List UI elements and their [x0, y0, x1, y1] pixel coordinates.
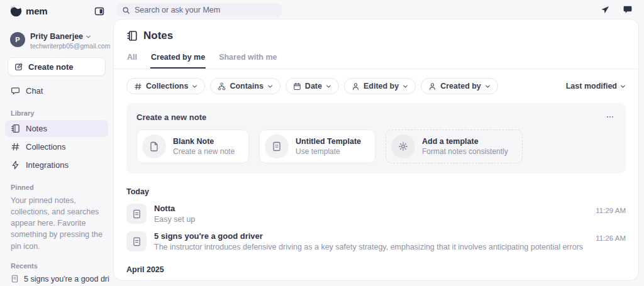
- user-email: techwriterpb05@gmail.com: [30, 42, 110, 50]
- blank-page-icon: [142, 135, 166, 158]
- note-title: 5 signs you're a good driver: [154, 231, 583, 241]
- recents-section-label: Recents: [0, 252, 113, 272]
- sidebar: mem P Prity Banerjee techwriterpb05@gmai…: [0, 0, 113, 286]
- notes-tabs: All Created by me Shared with me: [114, 50, 638, 69]
- bolt-icon: [11, 160, 20, 170]
- chevron-down-icon: [326, 84, 331, 89]
- add-template-card[interactable]: Add a template Format notes consistently: [386, 129, 523, 163]
- panel-title: Create a new note: [136, 113, 206, 122]
- notebook-icon: [126, 30, 138, 41]
- sort-selector[interactable]: Last modified: [566, 82, 626, 91]
- app-name: mem: [26, 6, 47, 16]
- template-page-icon: [265, 135, 289, 158]
- chevron-down-icon: [267, 84, 273, 89]
- chat-filled-icon[interactable]: [623, 4, 633, 14]
- user-account[interactable]: P Prity Banerjee techwriterpb05@gmail.co…: [0, 17, 113, 50]
- sidebar-item-chat[interactable]: Chat: [5, 82, 108, 99]
- document-icon: [11, 275, 19, 283]
- person-icon: [352, 82, 360, 91]
- sort-label: Last modified: [566, 82, 617, 91]
- search-input[interactable]: [135, 6, 276, 14]
- section-header-today: Today: [126, 187, 626, 196]
- chevron-down-icon: [620, 84, 626, 89]
- hash-icon: [11, 142, 20, 151]
- sidebar-item-notes[interactable]: Notes: [5, 120, 108, 137]
- filter-date[interactable]: Date: [286, 78, 339, 94]
- recent-item[interactable]: 5 signs you're a good dri: [0, 272, 113, 286]
- create-note-button[interactable]: Create note: [8, 57, 106, 76]
- sidebar-item-integrations[interactable]: Integrations: [5, 157, 108, 173]
- search-icon: [122, 6, 130, 14]
- note-timestamp: 11:26 AM: [596, 231, 626, 242]
- pinned-section-label: Pinned: [0, 173, 113, 193]
- filter-label: Created by: [440, 82, 481, 91]
- filter-label: Date: [305, 82, 322, 91]
- note-row-notta[interactable]: Notta Easy set up 11:29 AM: [126, 204, 626, 224]
- search-bar[interactable]: [116, 3, 282, 17]
- sidebar-item-collections[interactable]: Collections: [5, 138, 108, 155]
- tab-all[interactable]: All: [126, 50, 138, 69]
- section-header-april-2025: April 2025: [126, 265, 626, 274]
- person-icon: [428, 82, 436, 91]
- send-icon[interactable]: [601, 5, 610, 14]
- chevron-down-icon: [485, 84, 491, 89]
- note-row-5-signs[interactable]: 5 signs you're a good driver The instruc…: [126, 231, 626, 251]
- note-timestamp: 11:29 AM: [596, 204, 626, 214]
- filter-collections[interactable]: Collections: [126, 78, 205, 94]
- document-icon: [126, 231, 147, 251]
- card-title: Untitled Template: [296, 137, 361, 146]
- filter-label: Collections: [146, 82, 188, 91]
- chevron-down-icon: [402, 84, 408, 89]
- card-title: Blank Note: [173, 137, 235, 146]
- pencil-square-icon: [14, 62, 23, 71]
- filter-contains[interactable]: Contains: [210, 78, 280, 94]
- sitemap-icon: [218, 82, 226, 91]
- filter-label: Contains: [230, 82, 263, 91]
- mem-logo-icon: [10, 5, 22, 17]
- sidebar-item-label: Notes: [26, 124, 47, 133]
- chevron-down-icon: [86, 34, 91, 40]
- note-subtitle: The instructor introduces defensive driv…: [154, 243, 583, 251]
- page-title: Notes: [143, 30, 173, 42]
- create-note-label: Create note: [28, 62, 74, 72]
- note-subtitle: Easy set up: [154, 215, 195, 224]
- chat-icon: [11, 86, 20, 96]
- untitled-template-card[interactable]: Untitled Template Use template: [259, 129, 375, 163]
- chevron-down-icon: [192, 84, 197, 89]
- card-subtitle: Use template: [296, 147, 361, 156]
- blank-note-card[interactable]: Blank Note Create a new note: [136, 129, 249, 163]
- document-icon: [126, 204, 147, 224]
- calendar-icon: [293, 82, 301, 91]
- gear-icon: [391, 135, 415, 158]
- avatar: P: [10, 32, 25, 47]
- sidebar-item-label: Integrations: [26, 160, 69, 170]
- filter-label: Edited by: [364, 82, 399, 91]
- library-section-label: Library: [0, 99, 113, 119]
- notebook-icon: [11, 124, 20, 133]
- ellipsis-icon[interactable]: [604, 111, 616, 123]
- recent-item-label: 5 signs you're a good dri: [24, 275, 109, 283]
- card-title: Add a template: [422, 137, 508, 146]
- filter-edited-by[interactable]: Edited by: [344, 78, 416, 94]
- pinned-empty-text: Your pinned notes, collections, and sear…: [0, 193, 113, 252]
- filter-created-by[interactable]: Created by: [421, 78, 498, 94]
- sidebar-item-label: Collections: [26, 142, 66, 151]
- note-title: Notta: [154, 204, 195, 213]
- user-name: Prity Banerjee: [30, 32, 83, 41]
- tab-created-by-me[interactable]: Created by me: [150, 50, 206, 69]
- sidebar-toggle-icon[interactable]: [94, 6, 104, 16]
- hash-icon: [134, 82, 142, 91]
- create-note-panel: Create a new note Blank Note Create a ne…: [126, 103, 626, 173]
- card-subtitle: Create a new note: [173, 147, 235, 156]
- card-subtitle: Format notes consistently: [422, 147, 508, 156]
- tab-shared-with-me[interactable]: Shared with me: [218, 50, 277, 69]
- main-content: Notes All Created by me Shared with me C…: [113, 19, 639, 281]
- filter-row: Collections Contains Date Edited by: [126, 78, 626, 94]
- app-logo: mem: [10, 5, 47, 17]
- sidebar-item-label: Chat: [26, 86, 43, 96]
